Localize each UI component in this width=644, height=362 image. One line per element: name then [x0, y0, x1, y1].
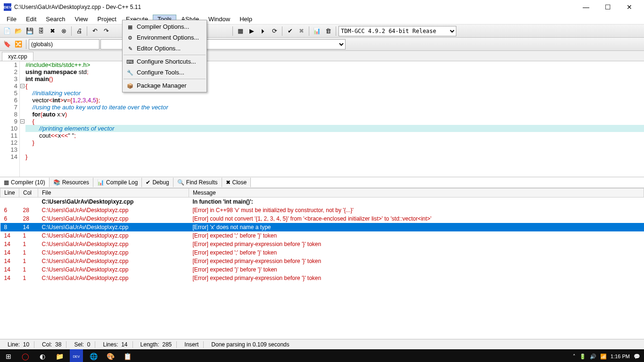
notifications-icon[interactable]: 💬 — [634, 354, 640, 360]
compile-icon[interactable]: ▦ — [235, 26, 246, 36]
error-row[interactable]: 141C:\Users\GaUrAv\Desktop\xyz.cpp[Error… — [0, 231, 644, 240]
line-gutter: 1234567891011121314 — [0, 61, 20, 177]
tools-dropdown: ▦Compiler Options...⚙Environment Options… — [122, 20, 207, 92]
toggle-icon[interactable]: 🔀 — [13, 39, 24, 49]
window-title: C:\Users\GaUrAv\Desktop\xyz.cpp - Dev-C+… — [14, 4, 575, 10]
wifi-icon[interactable]: 📶 — [600, 354, 607, 360]
error-row[interactable]: 141C:\Users\GaUrAv\Desktop\xyz.cpp[Error… — [0, 248, 644, 257]
file-tab[interactable]: xyz.cpp — [2, 52, 33, 61]
menu-file[interactable]: File — [2, 15, 21, 24]
profile-icon[interactable]: 📊 — [312, 26, 322, 36]
print-icon[interactable]: 🖨 — [74, 26, 84, 36]
code-area[interactable]: #include<bits/stdc++.h>using namespace s… — [25, 61, 644, 177]
tab-icon: 🔍 — [177, 179, 184, 186]
closeall-icon[interactable]: ⊗ — [58, 26, 69, 36]
tools-editor-options-[interactable]: ✎Editor Options... — [124, 43, 206, 54]
chrome-icon[interactable]: 🌐 — [85, 349, 102, 362]
redo-icon[interactable]: ↷ — [101, 26, 111, 36]
fold-column[interactable]: −− — [20, 61, 25, 177]
menu-item-icon: ✎ — [126, 45, 134, 52]
toolbar-main: 📄 📂 💾 🗄 ✖ ⊗ 🖨 ↶ ↷ ▦ ▶ ⏵ ⟳ ✔ ✖ 📊 🗑 TDM-GC… — [0, 25, 644, 38]
menu-item-icon: 📦 — [126, 82, 134, 90]
error-row[interactable]: 141C:\Users\GaUrAv\Desktop\xyz.cpp[Error… — [0, 265, 644, 274]
delete-profile-icon[interactable]: 🗑 — [323, 26, 333, 36]
error-row[interactable]: 814C:\Users\GaUrAv\Desktop\xyz.cpp[Error… — [0, 223, 644, 231]
devcpp-icon[interactable]: DEV — [70, 349, 83, 362]
separator — [309, 26, 309, 36]
menu-item-icon: ⌨ — [126, 58, 134, 66]
error-row[interactable]: 141C:\Users\GaUrAv\Desktop\xyz.cpp[Error… — [0, 274, 644, 282]
error-row[interactable]: 628C:\Users\GaUrAv\Desktop\xyz.cpp[Error… — [0, 214, 644, 223]
file-tabbar: xyz.cpp — [0, 51, 644, 61]
errtable-header[interactable]: Message — [189, 189, 644, 197]
menu-search[interactable]: Search — [41, 15, 70, 24]
battery-icon[interactable]: 🔋 — [579, 354, 586, 360]
panel-tab-close[interactable]: ✖Close — [222, 178, 251, 187]
eclipse-icon[interactable]: ◐ — [34, 349, 51, 362]
chevron-up-icon[interactable]: ˄ — [573, 354, 576, 360]
fold-toggle[interactable]: − — [20, 84, 25, 88]
app-icon: DEV — [4, 3, 11, 11]
clock[interactable]: 1:16 PM — [611, 354, 630, 359]
close-button[interactable]: ✕ — [619, 0, 640, 14]
errtable-header[interactable]: Line — [0, 189, 19, 197]
globals-select[interactable]: (globals) — [29, 39, 99, 49]
debug-icon[interactable]: ✔ — [285, 26, 295, 36]
volume-icon[interactable]: 🔊 — [590, 354, 596, 360]
opera-icon[interactable]: ◯ — [17, 349, 34, 362]
app-icon[interactable]: 📋 — [119, 349, 136, 362]
rebuild-icon[interactable]: ⟳ — [269, 26, 280, 36]
compiler-select[interactable]: TDM-GCC 4.9.2 64-bit Release — [339, 26, 456, 36]
toolbar-secondary: 🔖 🔀 (globals) — [0, 38, 644, 51]
error-row[interactable]: C:\Users\GaUrAv\Desktop\xyz.cppIn functi… — [0, 197, 644, 206]
menu-window[interactable]: Window — [204, 15, 235, 24]
panel-tab-compile-log[interactable]: 📊Compile Log — [93, 178, 142, 187]
code-editor[interactable]: 1234567891011121314 −− #include<bits/std… — [0, 61, 644, 177]
menu-separator — [124, 79, 206, 79]
tools-configure-shortcuts-[interactable]: ⌨Configure Shortcuts... — [124, 56, 206, 67]
menu-project[interactable]: Project — [93, 15, 121, 24]
tab-icon: 📊 — [97, 179, 104, 186]
goto-icon[interactable]: 🔖 — [2, 39, 12, 49]
minimize-button[interactable]: — — [575, 0, 597, 14]
tools-environment-options-[interactable]: ⚙Environment Options... — [124, 32, 206, 43]
menubar: FileEditSearchViewProjectExecuteToolsASt… — [0, 14, 644, 25]
maximize-button[interactable]: ☐ — [597, 0, 619, 14]
bottom-tabs: ▦Compiler (10)📚Resources📊Compile Log✔Deb… — [0, 177, 644, 188]
new-file-icon[interactable]: 📄 — [2, 26, 12, 36]
windows-taskbar[interactable]: ⊞ ◯ ◐ 📁 DEV 🌐 🎨 📋 ˄ 🔋 🔊 📶 1:16 PM 💬 — [0, 349, 644, 362]
compile-run-icon[interactable]: ⏵ — [258, 26, 268, 36]
error-row[interactable]: 141C:\Users\GaUrAv\Desktop\xyz.cpp[Error… — [0, 257, 644, 265]
compiler-output-table[interactable]: LineColFileMessage C:\Users\GaUrAv\Deskt… — [0, 188, 644, 339]
tools-package-manager[interactable]: 📦Package Manager — [124, 80, 206, 91]
menu-help[interactable]: Help — [235, 15, 257, 24]
panel-tab-resources[interactable]: 📚Resources — [50, 178, 93, 187]
save-icon[interactable]: 💾 — [25, 26, 35, 36]
menu-edit[interactable]: Edit — [21, 15, 41, 24]
separator — [336, 26, 336, 36]
error-row[interactable]: 141C:\Users\GaUrAv\Desktop\xyz.cpp[Error… — [0, 240, 644, 248]
menu-item-icon: 🔧 — [126, 69, 134, 76]
explorer-icon[interactable]: 📁 — [51, 349, 68, 362]
menu-item-icon: ⚙ — [126, 34, 134, 41]
error-row[interactable]: 628C:\Users\GaUrAv\Desktop\xyz.cpp[Error… — [0, 206, 644, 214]
tools-configure-tools-[interactable]: 🔧Configure Tools... — [124, 67, 206, 78]
stop-icon[interactable]: ✖ — [296, 26, 306, 36]
tools-compiler-options-[interactable]: ▦Compiler Options... — [124, 21, 206, 32]
panel-tab-debug[interactable]: ✔Debug — [142, 178, 173, 187]
separator — [282, 26, 282, 36]
errtable-header[interactable]: Col — [19, 189, 38, 197]
saveall-icon[interactable]: 🗄 — [36, 26, 46, 36]
errtable-header[interactable]: File — [38, 189, 189, 197]
panel-tab-compiler-[interactable]: ▦Compiler (10) — [0, 178, 50, 187]
start-icon[interactable]: ⊞ — [0, 349, 17, 362]
panel-tab-find-results[interactable]: 🔍Find Results — [173, 178, 222, 187]
system-tray[interactable]: ˄ 🔋 🔊 📶 1:16 PM 💬 — [569, 354, 644, 360]
run-icon[interactable]: ▶ — [247, 26, 257, 36]
undo-icon[interactable]: ↶ — [90, 26, 100, 36]
close-file-icon[interactable]: ✖ — [47, 26, 58, 36]
fold-toggle[interactable]: − — [20, 119, 25, 123]
menu-view[interactable]: View — [70, 15, 93, 24]
paint-icon[interactable]: 🎨 — [102, 349, 119, 362]
open-icon[interactable]: 📂 — [13, 26, 24, 36]
